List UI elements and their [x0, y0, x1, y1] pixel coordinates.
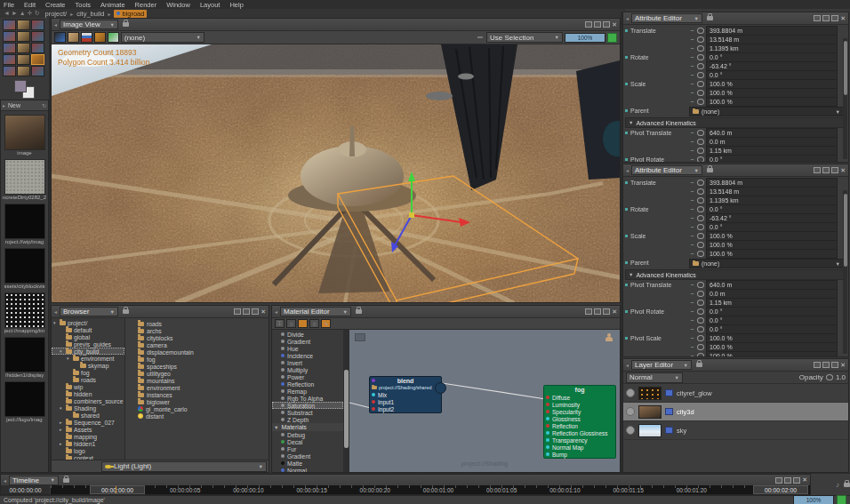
port-dot[interactable] — [546, 431, 549, 435]
lock-icon[interactable] — [844, 483, 850, 487]
float-icon[interactable] — [831, 362, 838, 368]
node-input-port[interactable]: Luminosity — [544, 401, 615, 408]
eye-icon[interactable] — [697, 242, 704, 248]
node-input-port[interactable]: Transparency — [544, 436, 615, 444]
curve-icon[interactable]: ~ — [689, 326, 695, 332]
node-list-scrollbar[interactable] — [343, 330, 349, 472]
tree-caret-icon[interactable] — [53, 320, 58, 325]
eye-icon[interactable] — [697, 81, 704, 87]
resource-item[interactable]: ncreteDirty0282_2 — [1, 159, 48, 200]
curve-icon[interactable]: ~ — [689, 233, 695, 239]
minimize-icon[interactable] — [814, 15, 821, 21]
node-input-port[interactable]: Normal Map — [544, 444, 615, 451]
resource-thumbnail[interactable] — [4, 248, 45, 284]
eye-icon[interactable] — [697, 224, 704, 230]
curve-icon[interactable]: ~ — [689, 36, 695, 43]
tool-icon[interactable] — [17, 54, 30, 65]
material-type-item[interactable]: Fur — [272, 445, 343, 452]
panel-type-select[interactable]: Browser▼ — [60, 307, 118, 316]
node-type-item[interactable]: Invert — [272, 359, 343, 366]
node-type-item[interactable]: Saturation — [272, 402, 343, 409]
opacity-value[interactable]: 1.0 — [836, 373, 846, 381]
tree-caret-icon[interactable] — [60, 420, 64, 425]
float-icon[interactable] — [252, 308, 259, 315]
eye-icon[interactable] — [697, 326, 704, 332]
opacity-anim-icon[interactable] — [826, 374, 833, 380]
end-frame-field[interactable]: 00:00:02:00 — [753, 485, 808, 494]
viewport[interactable]: Geometry Count 18893 Polygon Count 3.414… — [52, 44, 620, 303]
node-input-port[interactable]: Specularity — [544, 408, 615, 415]
material-type-item[interactable]: Gradient — [272, 452, 343, 460]
refresh-icon[interactable]: ↻ — [42, 102, 46, 108]
tree-item[interactable]: roads — [52, 376, 124, 383]
eye-icon[interactable] — [697, 188, 704, 195]
lock-icon[interactable] — [123, 22, 129, 27]
tree-item[interactable]: wip — [52, 383, 124, 390]
scrollbar[interactable] — [843, 190, 847, 354]
curve-icon[interactable]: ~ — [689, 188, 695, 195]
port-dot[interactable] — [546, 438, 549, 442]
list-item[interactable]: archs — [138, 327, 269, 334]
layer-row[interactable]: city3d — [623, 403, 848, 421]
lock-icon[interactable] — [707, 16, 713, 20]
tool-icon[interactable] — [31, 20, 44, 30]
layer-visibility-icon[interactable] — [626, 388, 635, 397]
breadcrumb-current[interactable]: bigroad — [114, 10, 147, 18]
node-input-port[interactable]: Diffuse — [544, 394, 615, 401]
close-icon[interactable]: ✕ — [612, 309, 617, 315]
tree-item[interactable]: default — [52, 326, 124, 333]
maximize-icon[interactable] — [822, 362, 830, 368]
curve-icon[interactable]: ~ — [689, 224, 695, 230]
maximize-icon[interactable] — [822, 167, 830, 173]
menu-item[interactable]: Create — [45, 1, 66, 9]
minimize-icon[interactable] — [585, 21, 592, 28]
resource-item[interactable]: ject://logo/imag — [1, 381, 48, 422]
close-icon[interactable]: ✕ — [840, 16, 846, 21]
maximize-icon[interactable] — [594, 21, 601, 28]
maximize-icon[interactable] — [822, 15, 830, 21]
node-type-item[interactable]: Hue — [272, 345, 343, 352]
tree-item[interactable]: Sequence_027 — [52, 419, 124, 426]
grid-snap-icon[interactable] — [298, 319, 308, 328]
resource-thumbnail[interactable] — [4, 337, 45, 372]
panel-collapse-icon[interactable]: ◂ — [626, 362, 629, 368]
node-input-port[interactable]: Reflection Glossiness — [544, 429, 615, 436]
tree-item[interactable]: skymap — [52, 362, 124, 369]
eye-icon[interactable] — [697, 139, 704, 145]
breadcrumb-root[interactable]: project/ — [45, 10, 68, 18]
materials-section-header[interactable]: ▼ Materials — [272, 423, 343, 431]
lock-icon[interactable] — [707, 168, 713, 172]
node-type-item[interactable]: Substract — [272, 409, 343, 416]
fit-selection-icon[interactable]: ○ — [309, 319, 319, 328]
node-input-port[interactable]: Input1 — [370, 398, 441, 405]
curve-icon[interactable]: ~ — [689, 99, 695, 105]
panel-collapse-icon[interactable]: ◂ — [4, 477, 6, 484]
eye-icon[interactable] — [697, 45, 704, 52]
node-type-item[interactable]: Reflection — [272, 380, 343, 388]
tool-icon[interactable] — [17, 31, 30, 42]
foreground-color-swatch[interactable] — [14, 80, 27, 92]
curve-icon[interactable]: ~ — [689, 54, 695, 60]
node-type-item[interactable]: Z Depth — [272, 416, 343, 423]
panel-collapse-icon[interactable]: ◂ — [54, 308, 57, 315]
tool-icon[interactable] — [3, 43, 16, 53]
maximize-icon[interactable] — [784, 477, 791, 484]
node-input-port[interactable]: Input2 — [370, 405, 441, 412]
resource-thumbnail[interactable] — [4, 292, 45, 328]
tree-item[interactable]: Assets — [52, 426, 124, 433]
minimize-icon[interactable] — [814, 167, 821, 173]
curve-icon[interactable]: ~ — [689, 335, 695, 341]
eye-icon[interactable] — [697, 291, 704, 297]
curve-icon[interactable]: ~ — [689, 130, 695, 136]
resource-thumbnail[interactable] — [4, 159, 45, 195]
port-dot[interactable] — [546, 452, 549, 456]
curve-icon[interactable]: ~ — [689, 180, 695, 186]
list-item[interactable]: cityblocks — [138, 334, 269, 341]
node-input-port[interactable]: Bump — [544, 451, 615, 458]
active-tool-icon[interactable] — [31, 54, 44, 65]
material-type-item[interactable]: Decal — [272, 438, 343, 445]
port-dot[interactable] — [372, 407, 375, 411]
timeline-ruler[interactable]: 00:00:00:00 00:00:00:00 00:00:00:0500:00… — [1, 485, 810, 494]
create-type-select[interactable]: Light (Light) ▼ — [101, 461, 267, 472]
curve-icon[interactable]: ~ — [689, 90, 695, 96]
